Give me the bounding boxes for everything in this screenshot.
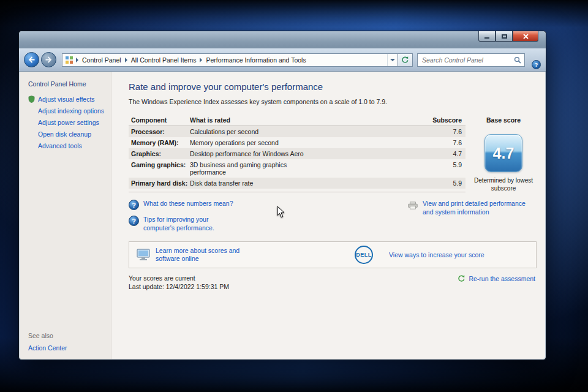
sidebar-item-adjust-power-settings[interactable]: Adjust power settings: [28, 119, 106, 126]
rerun-assessment-item: Re-run the assessment: [458, 274, 535, 282]
increase-score-link[interactable]: View ways to increase your score: [389, 251, 484, 258]
wei-score-badge: 4.7: [484, 134, 522, 172]
address-bar[interactable]: Control Panel All Control Panel Items Pe…: [62, 53, 398, 67]
component-rated: Memory operations per second: [190, 139, 380, 146]
caption-buttons: [478, 31, 538, 42]
learn-more-link[interactable]: Learn more about scores and software onl…: [156, 247, 263, 263]
maximize-button[interactable]: [496, 31, 513, 42]
printer-icon: [408, 200, 418, 211]
back-arrow-icon: [28, 56, 36, 64]
minimize-icon: [484, 37, 489, 39]
table-header-row: Component What is rated Subscore: [129, 115, 466, 126]
sidebar-item-open-disk-cleanup[interactable]: Open disk cleanup: [28, 130, 106, 138]
component-name: Gaming graphics:: [129, 161, 190, 168]
question-icon: ?: [129, 216, 139, 226]
help-links-row: ? What do these numbers mean? ? Tips for…: [129, 200, 537, 238]
component-rated: Disk data transfer rate: [190, 179, 380, 187]
breadcrumb-item-all-items[interactable]: All Control Panel Items: [128, 56, 200, 64]
view-print-link[interactable]: View and print detailed performance and …: [423, 200, 537, 216]
sidebar-item-action-center[interactable]: Action Center: [28, 344, 106, 352]
component-subscore: 7.6: [380, 128, 466, 135]
question-icon: ?: [129, 200, 139, 210]
chevron-down-icon: [390, 59, 395, 61]
component-rated: 3D business and gaming graphics performa…: [190, 161, 312, 176]
component-subscore: 7.6: [380, 139, 466, 146]
sidebar-item-adjust-visual-effects[interactable]: Adjust visual effects: [28, 96, 106, 103]
status-row: Your scores are current Last update: 12/…: [129, 274, 537, 292]
component-name: Memory (RAM):: [129, 139, 190, 146]
close-button[interactable]: [513, 31, 538, 42]
component-subscore: 5.9: [312, 161, 466, 168]
refresh-button[interactable]: [398, 53, 413, 67]
minimize-button[interactable]: [478, 31, 496, 42]
sidebar-control-panel-home[interactable]: Control Panel Home: [28, 80, 106, 88]
computer-icon: [137, 249, 150, 261]
breadcrumb-item-performance[interactable]: Performance Information and Tools: [203, 56, 309, 64]
desktop-background: Control Panel All Control Panel Items Pe…: [0, 0, 588, 392]
header-component: Component: [129, 116, 190, 124]
address-dropdown-button[interactable]: [387, 54, 398, 66]
numbers-meaning-link[interactable]: What do these numbers mean?: [143, 200, 233, 207]
sidebar-item-advanced-tools[interactable]: Advanced tools: [28, 142, 106, 149]
dell-logo: DELL: [355, 246, 373, 264]
sidebar-item-label: Advanced tools: [38, 142, 82, 149]
base-score-panel: Base score 4.7 Determined by lowest subs…: [470, 115, 537, 192]
back-button[interactable]: [24, 52, 39, 67]
tips-link[interactable]: Tips for improving your computer's perfo…: [143, 216, 235, 232]
see-also-label: See also: [28, 326, 106, 339]
sidebar-item-label: Adjust visual effects: [38, 96, 95, 103]
table-row: Primary hard disk: Disk data transfer ra…: [129, 178, 466, 189]
sidebar-item-label: Adjust power settings: [38, 119, 99, 126]
performance-tools-window: Control Panel All Control Panel Items Pe…: [18, 31, 546, 360]
breadcrumb-separator-icon: [200, 58, 202, 62]
forward-button[interactable]: [41, 52, 56, 67]
base-score-value: 4.7: [493, 145, 514, 162]
header-what-is-rated: What is rated: [190, 116, 380, 124]
close-icon: [523, 34, 529, 39]
help-button[interactable]: ?: [532, 60, 541, 69]
control-panel-icon: [66, 56, 73, 64]
component-subscore: 4.7: [312, 150, 466, 157]
shield-icon: [28, 96, 36, 103]
navigation-bar: Control Panel All Control Panel Items Pe…: [19, 48, 546, 72]
search-icon: [514, 56, 521, 64]
window-titlebar[interactable]: [19, 31, 546, 48]
sidebar-item-label: Adjust indexing options: [38, 107, 104, 115]
mouse-cursor: [277, 206, 285, 218]
last-update-text: Last update: 12/4/2022 1:59:31 PM: [129, 283, 229, 290]
view-print-item: View and print detailed performance and …: [408, 200, 537, 238]
rerun-assessment-link[interactable]: Re-run the assessment: [469, 275, 535, 282]
scores-current-text: Your scores are current: [129, 274, 229, 282]
table-row: Gaming graphics: 3D business and gaming …: [129, 159, 466, 178]
header-subscore: Subscore: [380, 116, 466, 124]
performance-table: Component What is rated Subscore Process…: [129, 115, 466, 192]
component-subscore: 5.9: [380, 179, 466, 187]
breadcrumb-separator-icon: [125, 58, 127, 62]
learn-more-box: Learn more about scores and software onl…: [129, 241, 537, 268]
base-score-caption: Determined by lowest subscore: [470, 177, 537, 192]
component-name: Graphics:: [129, 150, 190, 157]
refresh-icon: [401, 56, 409, 64]
component-name: Processor:: [129, 128, 190, 135]
sidebar-item-label: Open disk cleanup: [38, 130, 91, 138]
question-glyph: ?: [132, 202, 136, 209]
score-region: Component What is rated Subscore Process…: [129, 115, 537, 192]
dell-logo-text: DELL: [356, 252, 372, 258]
maximize-icon: [502, 34, 507, 39]
table-row: Graphics: Desktop performance for Window…: [129, 148, 466, 159]
rerun-icon: [458, 274, 466, 282]
score-status: Your scores are current Last update: 12/…: [129, 274, 229, 292]
page-title: Rate and improve your computer's perform…: [129, 81, 537, 92]
breadcrumb-item-control-panel[interactable]: Control Panel: [79, 56, 124, 64]
table-row: Processor: Calculations per second 7.6: [129, 126, 466, 137]
component-rated: Desktop performance for Windows Aero: [190, 150, 312, 157]
search-input[interactable]: [421, 56, 514, 64]
header-base-score: Base score: [470, 115, 537, 126]
sidebar-item-adjust-indexing-options[interactable]: Adjust indexing options: [28, 107, 106, 115]
question-glyph: ?: [132, 217, 136, 225]
help-question-icon: ?: [535, 62, 538, 68]
search-box[interactable]: [417, 53, 525, 67]
component-rated: Calculations per second: [190, 128, 380, 135]
tips-item: ? Tips for improving your computer's per…: [129, 216, 312, 232]
component-name: Primary hard disk:: [129, 179, 190, 187]
